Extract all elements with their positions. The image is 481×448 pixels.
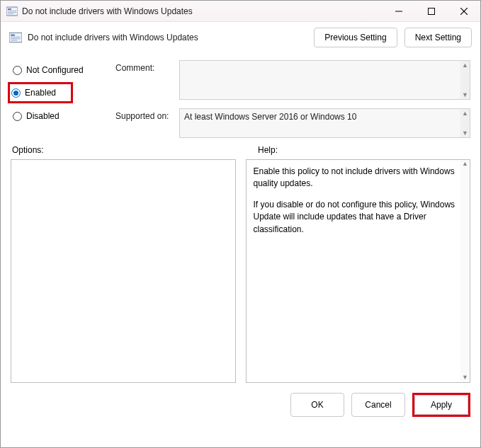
- window-title: Do not include drivers with Windows Upda…: [22, 6, 383, 16]
- scroll-up-icon[interactable]: ▲: [460, 61, 470, 69]
- minimize-button[interactable]: [383, 1, 415, 22]
- help-label: Help:: [258, 145, 278, 155]
- scroll-down-icon[interactable]: ▼: [460, 374, 470, 382]
- svg-rect-13: [11, 40, 17, 40]
- svg-rect-6: [429, 8, 435, 14]
- comment-field-wrap: ▲ ▼: [179, 60, 470, 100]
- radio-not-configured[interactable]: Not Configured: [11, 62, 103, 79]
- ok-button[interactable]: OK: [290, 393, 344, 417]
- cancel-button[interactable]: Cancel: [351, 393, 405, 417]
- policy-icon: [6, 6, 18, 17]
- scrollbar[interactable]: ▲ ▼: [460, 109, 470, 137]
- options-label: Options:: [12, 145, 249, 155]
- footer: OK Cancel Apply: [1, 383, 480, 421]
- options-pane: [11, 159, 236, 383]
- svg-rect-2: [8, 11, 16, 11]
- svg-rect-10: [11, 35, 15, 36]
- highlight-apply: Apply: [412, 393, 470, 417]
- maximize-button[interactable]: [415, 1, 448, 22]
- scroll-down-icon[interactable]: ▼: [460, 91, 470, 99]
- scroll-up-icon[interactable]: ▲: [460, 160, 470, 168]
- state-column: Not Configured Enabled Disabled: [11, 56, 103, 138]
- scrollbar[interactable]: ▲ ▼: [460, 61, 470, 99]
- help-paragraph: Enable this policy to not include driver…: [254, 166, 463, 190]
- help-text: Enable this policy to not include driver…: [254, 166, 463, 236]
- radio-label: Disabled: [26, 111, 60, 121]
- apply-button[interactable]: Apply: [414, 395, 468, 415]
- svg-rect-11: [11, 37, 21, 38]
- scroll-down-icon[interactable]: ▼: [460, 129, 470, 137]
- policy-icon: [9, 31, 22, 44]
- scroll-up-icon[interactable]: ▲: [460, 109, 470, 117]
- comment-label: Comment:: [115, 60, 172, 100]
- header: Do not include drivers with Windows Upda…: [1, 22, 480, 50]
- scrollbar[interactable]: ▲ ▼: [460, 160, 470, 382]
- radio-disabled[interactable]: Disabled: [11, 108, 103, 125]
- radio-icon[interactable]: [11, 88, 21, 98]
- radio-enabled[interactable]: Enabled: [11, 86, 67, 99]
- comment-field[interactable]: [180, 61, 460, 99]
- svg-rect-3: [8, 12, 16, 13]
- help-paragraph: If you disable or do not configure this …: [254, 199, 463, 236]
- svg-rect-4: [8, 13, 13, 14]
- titlebar: Do not include drivers with Windows Upda…: [1, 1, 480, 22]
- svg-rect-1: [8, 8, 11, 10]
- radio-label: Not Configured: [26, 65, 84, 75]
- svg-rect-12: [11, 38, 21, 39]
- supported-on-wrap: ▲ ▼: [179, 108, 470, 138]
- highlight-enabled: Enabled: [8, 82, 73, 103]
- supported-on-label: Supported on:: [115, 108, 172, 138]
- radio-icon[interactable]: [13, 66, 22, 75]
- close-button[interactable]: [448, 1, 480, 22]
- next-setting-button[interactable]: Next Setting: [404, 28, 472, 47]
- supported-on-field: [180, 109, 460, 137]
- policy-title: Do not include drivers with Windows Upda…: [28, 33, 314, 42]
- radio-icon[interactable]: [13, 112, 22, 121]
- radio-label: Enabled: [25, 88, 56, 98]
- help-pane: Enable this policy to not include driver…: [246, 159, 471, 383]
- previous-setting-button[interactable]: Previous Setting: [314, 28, 397, 47]
